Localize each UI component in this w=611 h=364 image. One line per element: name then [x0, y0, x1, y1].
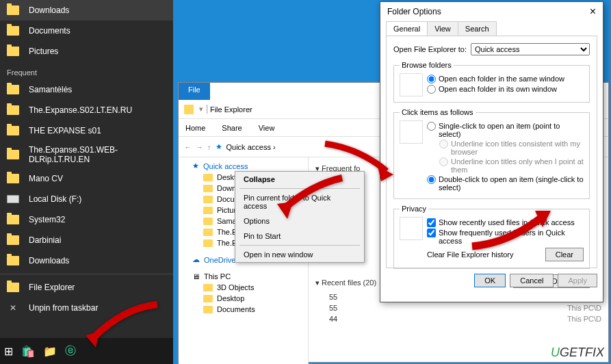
- store-icon[interactable]: 🛍️: [21, 345, 35, 358]
- dialog-panel: Open File Explorer to: Quick access Brow…: [386, 36, 597, 268]
- jumplist-frequent-item[interactable]: Samantėlės: [0, 79, 173, 100]
- privacy-group: Privacy Show recently used files in Quic…: [393, 205, 590, 269]
- jumplist-frequent-item[interactable]: Local Disk (F:): [0, 189, 173, 209]
- jumplist-frequent-item[interactable]: Downloads: [0, 250, 173, 271]
- dialog-titlebar[interactable]: Folder Options ×: [380, 2, 603, 21]
- recent-file-row[interactable]: 55This PC\D: [315, 302, 601, 313]
- tab-search[interactable]: Search: [458, 21, 497, 36]
- context-options[interactable]: Options: [235, 213, 364, 229]
- forward-icon[interactable]: →: [196, 143, 203, 151]
- ok-button[interactable]: OK: [474, 274, 506, 287]
- clear-history-label: Clear File Explorer history: [427, 250, 514, 259]
- context-menu: Collapse Pin current folder to Quick acc…: [235, 171, 365, 263]
- cursor-icon: [400, 120, 423, 144]
- jumplist-item-pictures[interactable]: Pictures: [0, 41, 173, 62]
- nav-this-pc[interactable]: 🖥 This PC: [179, 271, 308, 282]
- divider: [0, 274, 173, 274]
- tab-view[interactable]: View: [427, 21, 458, 36]
- dialog-buttons: OK Cancel Apply: [380, 268, 603, 293]
- jumplist-frequent-item[interactable]: The.Expanse.S01.WEB-DLRip.LT.RU.EN: [0, 141, 173, 168]
- window-title: File Explorer: [210, 105, 252, 114]
- edge-icon[interactable]: ⓔ: [65, 344, 76, 359]
- nav-quick-access[interactable]: ★ Quick access: [179, 160, 308, 172]
- file-explorer-item[interactable]: File Explorer: [0, 277, 173, 298]
- apply-button[interactable]: Apply: [558, 274, 597, 287]
- radio-single-click[interactable]: Single-click to open an item (point to s…: [427, 122, 584, 138]
- jumplist-frequent-item[interactable]: THE EXPANSE s01: [0, 120, 173, 141]
- open-explorer-label: Open File Explorer to:: [393, 45, 467, 53]
- jumplist-frequent-item[interactable]: Darbiniai: [0, 230, 173, 250]
- jumplist-frequent-item[interactable]: System32: [0, 209, 173, 230]
- jumplist-item-downloads[interactable]: Downloads: [0, 0, 173, 21]
- divider: [239, 188, 360, 189]
- radio-underline-browser: Underline icon titles consistent with my…: [439, 140, 584, 156]
- recent-file-row[interactable]: 44This PC\D: [315, 313, 601, 324]
- divider: [239, 245, 360, 246]
- open-explorer-select[interactable]: Quick access: [471, 43, 590, 55]
- ribbon-home[interactable]: Home: [185, 124, 205, 132]
- context-pin-quick-access[interactable]: Pin current folder to Quick access: [235, 190, 364, 213]
- radio-underline-point: Underline icon titles only when I point …: [439, 157, 584, 174]
- check-recent-files[interactable]: Show recently used files in Quick access: [427, 218, 584, 227]
- nav-item[interactable]: Documents: [179, 304, 308, 315]
- file-tab[interactable]: File: [179, 83, 210, 100]
- clear-button[interactable]: Clear: [545, 248, 584, 261]
- context-collapse[interactable]: Collapse: [235, 172, 364, 187]
- context-open-new-window[interactable]: Open in new window: [235, 247, 364, 262]
- watermark: UGETFIX: [551, 346, 604, 360]
- start-menu-jumplist: Downloads Documents Pictures Frequent Sa…: [0, 0, 173, 361]
- dialog-title: Folder Options: [387, 7, 441, 16]
- browse-folders-group: Browse folders Open each folder in the s…: [393, 61, 590, 103]
- ribbon-view[interactable]: View: [259, 124, 275, 132]
- radio-own-window[interactable]: Open each folder in its own window: [427, 85, 584, 94]
- close-icon[interactable]: ×: [590, 5, 596, 18]
- unpin-icon: ✕: [7, 302, 19, 314]
- start-icon[interactable]: ⊞: [4, 345, 13, 358]
- frequent-header: Frequent: [0, 62, 173, 79]
- privacy-icon: [400, 217, 423, 240]
- unpin-from-taskbar[interactable]: ✕Unpin from taskbar: [0, 298, 173, 318]
- jumplist-frequent-item[interactable]: The.Expanse.S02.LT.EN.RU: [0, 100, 173, 120]
- click-items-group: Click items as follows Single-click to o…: [393, 108, 590, 199]
- nav-item[interactable]: 3D Objects: [179, 282, 308, 293]
- label: Pictures: [29, 47, 58, 56]
- folder-icon: [184, 105, 194, 114]
- legend: Click items as follows: [400, 108, 476, 116]
- star-icon: ★: [216, 142, 222, 151]
- nav-item[interactable]: Desktop: [179, 293, 308, 304]
- jumplist-item-documents[interactable]: Documents: [0, 21, 173, 41]
- folder-options-dialog: Folder Options × General View Search Ope…: [380, 1, 603, 302]
- explorer-icon[interactable]: 📁: [43, 345, 57, 358]
- ribbon-share[interactable]: Share: [222, 124, 242, 132]
- label: Downloads: [29, 5, 69, 15]
- context-pin-start[interactable]: Pin to Start: [235, 229, 364, 244]
- breadcrumb[interactable]: Quick access ›: [226, 143, 276, 151]
- jumplist-frequent-item[interactable]: Mano CV: [0, 168, 173, 189]
- tab-general[interactable]: General: [386, 21, 428, 36]
- folder-icon: [400, 73, 423, 96]
- taskbar[interactable]: ⊞ 🛍️ 📁 ⓔ: [0, 338, 173, 364]
- legend: Browse folders: [400, 61, 454, 69]
- back-icon[interactable]: ←: [184, 143, 192, 151]
- cancel-button[interactable]: Cancel: [510, 274, 554, 287]
- dialog-tabs: General View Search: [380, 21, 603, 36]
- legend: Privacy: [400, 205, 428, 213]
- up-icon[interactable]: ↑: [207, 143, 211, 151]
- radio-double-click[interactable]: Double-click to open an item (single-cli…: [427, 175, 584, 192]
- check-frequent-folders[interactable]: Show frequently used folders in Quick ac…: [427, 229, 584, 245]
- label: Documents: [29, 26, 70, 36]
- radio-same-window[interactable]: Open each folder in the same window: [427, 75, 584, 83]
